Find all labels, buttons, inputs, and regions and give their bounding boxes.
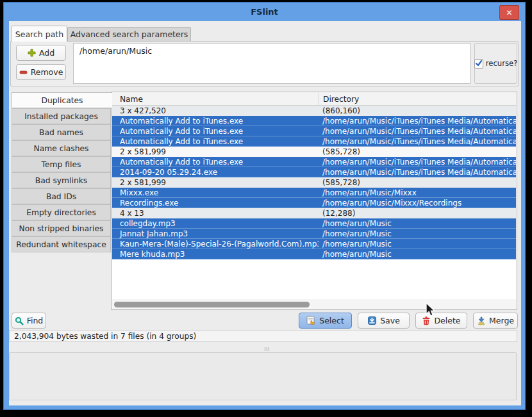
table-row[interactable]: 2 x 581,999(585,728) [112, 147, 516, 157]
row-name: Jannat Jahan.mp3 [112, 229, 319, 239]
trash-icon [422, 316, 431, 325]
table-row[interactable]: Jannat Jahan.mp3/home/arun/Music [112, 229, 516, 239]
table-row[interactable]: Automatically Add to iTunes.exe/home/aru… [112, 136, 516, 147]
sidebar-item-name-clashes[interactable]: Name clashes [12, 140, 111, 156]
row-name: 2 x 581,999 [112, 177, 319, 188]
sidebar-item-empty-directories[interactable]: Empty directories [12, 204, 111, 220]
scrollbar-thumb[interactable] [114, 302, 310, 307]
row-directory: (585,728) [319, 147, 516, 157]
tab-search-path-label: Search path [15, 29, 63, 39]
recurse-frame: recurse? [474, 43, 517, 84]
row-name: 4 x 13 [112, 208, 319, 218]
table-row[interactable]: Automatically Add to iTunes.exe/home/aru… [112, 157, 516, 167]
delete-button-label: Delete [434, 316, 460, 325]
fslint-window: FSlint ✕ Search path Advanced search par… [3, 2, 526, 410]
sidebar-item-non-stripped-binaries[interactable]: Non stripped binaries [12, 220, 111, 236]
row-directory: /home/arun/Music [319, 249, 516, 259]
select-hand-icon [306, 316, 316, 325]
recurse-label: recurse? [486, 59, 517, 68]
row-name: collegday.mp3 [112, 218, 319, 229]
tab-advanced-label: Advanced search parameters [71, 29, 188, 39]
find-button-label: Find [27, 316, 44, 325]
row-name: Automatically Add to iTunes.exe [112, 157, 319, 167]
row-name: Kaun-Mera-(Male)-Special-26-(Pagalworld.… [112, 239, 319, 249]
row-name: Automatically Add to iTunes.exe [112, 126, 319, 136]
table-row[interactable]: Mere khuda.mp3/home/arun/Music [112, 249, 516, 259]
pane-resize-grip[interactable] [265, 347, 269, 351]
table-row[interactable]: Automatically Add to iTunes.exe/home/aru… [112, 126, 516, 136]
search-path-list[interactable]: /home/arun/Music [73, 43, 470, 84]
sidebar-item-bad-ids[interactable]: Bad IDs [12, 188, 111, 204]
table-row[interactable]: 3 x 427,520(860,160) [112, 106, 516, 116]
table-body: 3 x 427,520(860,160)Automatically Add to… [112, 106, 516, 259]
add-button[interactable]: Add [16, 45, 66, 61]
recurse-checkbox[interactable] [474, 59, 483, 69]
row-directory: (860,160) [319, 106, 516, 116]
row-name: Mixxx.exe [112, 188, 319, 198]
column-header-name[interactable]: Name [112, 93, 319, 105]
row-directory: /home/arun/Music/iTunes/iTunes Media/Aut… [319, 126, 516, 136]
row-directory: /home/arun/Music/iTunes/iTunes Media/Aut… [319, 167, 516, 177]
row-directory: /home/arun/Music/Mixxx/Recordings [319, 198, 516, 208]
table-row[interactable]: 4 x 13(12,288) [112, 208, 516, 218]
sidebar-item-bad-symlinks[interactable]: Bad symlinks [12, 172, 111, 188]
search-icon [15, 316, 24, 325]
row-name: Automatically Add to iTunes.exe [112, 116, 319, 126]
minus-icon [19, 68, 28, 76]
save-button[interactable]: Save [358, 313, 410, 329]
column-header-directory[interactable]: Directory [319, 93, 516, 105]
find-button[interactable]: Find [12, 313, 46, 329]
sidebar-item-temp-files[interactable]: Temp files [12, 156, 111, 172]
window-title: FSlint [251, 7, 278, 17]
remove-button[interactable]: Remove [16, 64, 66, 80]
row-directory: (585,728) [319, 177, 516, 188]
add-button-label: Add [39, 48, 54, 58]
delete-button[interactable]: Delete [415, 313, 467, 329]
status-bar: 2,043,904 bytes wasted in 7 files (in 4 … [9, 330, 517, 342]
table-row[interactable]: 2014-09-20 05.29.24.exe/home/arun/Music/… [112, 167, 516, 177]
save-icon [367, 316, 377, 325]
row-directory: /home/arun/Music [319, 239, 516, 249]
log-pane [9, 352, 517, 400]
table-header: Name Directory [112, 93, 516, 106]
table-row[interactable]: Mixxx.exe/home/arun/Music/Mixxx [112, 188, 516, 198]
horizontal-scrollbar[interactable] [113, 302, 515, 308]
tab-advanced-search-parameters[interactable]: Advanced search parameters [67, 27, 191, 42]
row-name: Mere khuda.mp3 [112, 249, 319, 259]
table-row[interactable]: collegday.mp3/home/arun/Music [112, 218, 516, 229]
table-row[interactable]: Recordings.exe/home/arun/Music/Mixxx/Rec… [112, 198, 516, 208]
sidebar-item-bad-names[interactable]: Bad names [12, 124, 111, 140]
row-name: 3 x 427,520 [112, 106, 319, 116]
titlebar[interactable]: FSlint ✕ [4, 3, 525, 21]
window-content: Search path Advanced search parameters A… [9, 21, 521, 405]
duplicates-table: Name Directory 3 x 427,520(860,160)Autom… [112, 93, 516, 299]
select-button-label: Select [319, 316, 344, 325]
close-button[interactable]: ✕ [499, 5, 519, 20]
row-directory: /home/arun/Music [319, 218, 516, 229]
row-directory: /home/arun/Music/Mixxx [319, 188, 516, 198]
row-name: 2014-09-20 05.29.24.exe [112, 167, 319, 177]
row-directory: (12,288) [319, 208, 516, 218]
row-directory: /home/arun/Music/iTunes/iTunes Media/Aut… [319, 136, 516, 147]
merge-button[interactable]: Merge [473, 313, 518, 329]
sidebar-item-redundant-whitespace[interactable]: Redundant whitespace [12, 236, 111, 252]
tab-search-path[interactable]: Search path [12, 26, 67, 42]
close-icon: ✕ [506, 8, 512, 17]
remove-button-label: Remove [31, 67, 63, 77]
path-list-item[interactable]: /home/arun/Music [74, 44, 470, 58]
table-row[interactable]: 2 x 581,999(585,728) [112, 177, 516, 188]
check-icon [475, 60, 483, 67]
row-name: Automatically Add to iTunes.exe [112, 136, 319, 147]
sidebar-item-duplicates[interactable]: Duplicates [12, 92, 112, 108]
sidebar-item-installed-packages[interactable]: Installed packages [12, 108, 111, 124]
row-directory: /home/arun/Music [319, 229, 516, 239]
table-row[interactable]: Automatically Add to iTunes.exe/home/aru… [112, 116, 516, 126]
merge-button-label: Merge [489, 316, 514, 325]
status-text: 2,043,904 bytes wasted in 7 files (in 4 … [14, 332, 196, 341]
merge-icon [477, 316, 486, 325]
results-page: Name Directory 3 x 427,520(860,160)Autom… [111, 92, 517, 310]
save-button-label: Save [380, 316, 400, 325]
table-row[interactable]: Kaun-Mera-(Male)-Special-26-(Pagalworld.… [112, 239, 516, 249]
row-name: Recordings.exe [112, 198, 319, 208]
select-button[interactable]: Select [299, 313, 352, 329]
